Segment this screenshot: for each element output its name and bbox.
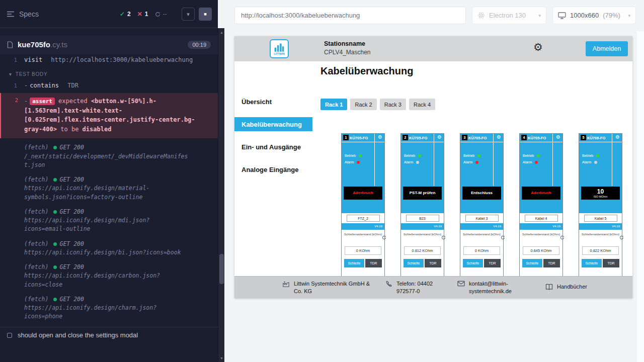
- chevron-down-icon: ▾: [187, 11, 190, 18]
- sidebar-item-analoge-eingaenge[interactable]: Analoge Eingänge: [234, 162, 312, 176]
- app-under-test: LITTWIN Stationsname CPLV4_Maschen ⚙ Abm…: [234, 36, 632, 298]
- refresh-icon[interactable]: [441, 233, 446, 242]
- tdr-button[interactable]: TDR: [543, 259, 560, 267]
- card-title: KÜ705-FO: [409, 136, 427, 140]
- card-number: 4: [521, 135, 527, 140]
- factory-icon: [282, 281, 290, 288]
- stage-scrollbar[interactable]: [636, 31, 644, 362]
- chevron-down-icon: ▾: [9, 71, 12, 77]
- card-gear-icon[interactable]: ⚙: [497, 135, 501, 140]
- monitor-icon: [558, 12, 566, 19]
- betrieb-label: Betrieb: [523, 154, 534, 157]
- tab-rack-4[interactable]: Rack 4: [409, 99, 435, 110]
- failed-count[interactable]: ✕ 1: [137, 11, 148, 18]
- cable-name: B23: [406, 215, 439, 222]
- card-gear-icon[interactable]: ⚙: [615, 135, 620, 140]
- alarm-label: Alarm: [582, 160, 591, 164]
- logout-button[interactable]: Abmelden: [586, 41, 628, 56]
- station-info: Stationsname CPLV4_Maschen: [324, 40, 371, 56]
- schleife-button[interactable]: Schleife: [404, 259, 424, 267]
- logo-text: LITTWIN: [274, 52, 285, 55]
- reporter-controls: ▾ ■: [182, 8, 212, 21]
- command-contains[interactable]: 1 -contains TDR: [0, 80, 218, 91]
- rack-tabs: Rack 1 Rack 2 Rack 3 Rack 4: [320, 99, 435, 110]
- refresh-icon[interactable]: [560, 233, 565, 242]
- settings-gear-icon[interactable]: ⚙: [533, 42, 543, 52]
- device-card: 4 KÜ705-FO ⚙ Betrieb Alarm Aderbruch Kab…: [519, 133, 563, 276]
- command-number: 1: [0, 82, 17, 89]
- cable-name: Kabel 4: [525, 215, 558, 222]
- command-log: 1 visit http://localhost:3000/kabelueber…: [0, 54, 218, 327]
- pending-number: --: [163, 11, 167, 18]
- refresh-icon[interactable]: [619, 233, 624, 242]
- refresh-icon[interactable]: [382, 233, 386, 242]
- card-gear-icon[interactable]: ⚙: [437, 135, 442, 140]
- app-footer: Littwin Systemtechnik GmbH & Co. KG Tele…: [234, 276, 632, 298]
- tdr-button[interactable]: TDR: [365, 259, 382, 267]
- network-log-entry[interactable]: (fetch)GET 200 https://api.iconify.desig…: [0, 205, 218, 237]
- reporter-header: Specs ✓ 2 ✕ 1 --: [0, 0, 218, 28]
- tab-rack-2[interactable]: Rack 2: [350, 99, 376, 110]
- command-visit[interactable]: 1 visit http://localhost:3000/kabelueber…: [0, 54, 218, 65]
- betrieb-led: [359, 154, 362, 157]
- footer-phone-text: Telefon: 04402 972577-0: [396, 280, 438, 295]
- network-log-entry[interactable]: (fetch)GET 200 https://api.iconify.desig…: [0, 237, 218, 260]
- tab-rack-3[interactable]: Rack 3: [380, 99, 406, 110]
- schleife-button[interactable]: Schleife: [463, 259, 483, 267]
- network-log-entry[interactable]: (fetch)GET 200 /_next/static/development…: [0, 140, 218, 172]
- command-dash: -: [24, 82, 28, 89]
- firmware-version: V4.19: [374, 225, 382, 228]
- measure-label: Schleifenwiderstand [kOhm]: [582, 233, 619, 236]
- network-log-entry[interactable]: (fetch)GET 200 https://api.iconify.desig…: [0, 260, 218, 292]
- fetch-status: GET 200: [59, 176, 84, 183]
- browser-select[interactable]: Electron 130 ▾: [472, 7, 546, 24]
- command-url: http://localhost:3000/kabelueberwachung: [51, 56, 193, 63]
- alarm-label: Alarm: [463, 160, 472, 164]
- reporter-scrollbar[interactable]: ▲ ▼: [218, 28, 224, 362]
- schleife-button[interactable]: Schleife: [522, 259, 542, 267]
- failed-assert-row[interactable]: 2 -assertexpected <button.w-[50%].h-[1.5…: [0, 93, 218, 138]
- network-log-entry[interactable]: (fetch)GET 200 https://api.iconify.desig…: [0, 172, 218, 205]
- betrieb-label: Betrieb: [463, 154, 474, 157]
- refresh-icon[interactable]: [501, 233, 505, 242]
- device-card: 1 KÜ705-FO ⚙ Betrieb Alarm Aderbruch FTZ…: [341, 133, 385, 276]
- card-number: 2: [403, 135, 408, 140]
- betrieb-label: Betrieb: [345, 154, 356, 157]
- url-input[interactable]: [234, 7, 466, 24]
- fetch-url: https://api.iconify.design/bi.json?icons…: [24, 248, 190, 257]
- card-gear-icon[interactable]: ⚙: [556, 135, 560, 140]
- firmware-version: V4.19: [552, 225, 560, 228]
- specs-button[interactable]: Specs: [7, 10, 39, 18]
- fetch-tag: (fetch): [24, 144, 48, 151]
- assert-expected: expected: [58, 98, 91, 105]
- viewport-select[interactable]: 1000x660 (79%) ▾: [552, 7, 636, 24]
- spec-file-row[interactable]: kue705fo.cy.ts 00:19: [0, 35, 218, 54]
- measure-label: Schleifenwiderstand [kOhm]: [463, 233, 501, 236]
- stop-icon: ■: [204, 12, 206, 17]
- app-sidebar: Übersicht Kabelüberwachung Ein- und Ausg…: [234, 61, 312, 276]
- tab-rack-1[interactable]: Rack 1: [320, 99, 347, 110]
- sidebar-item-ein-und-ausgaenge[interactable]: Ein- und Ausgänge: [234, 140, 312, 154]
- next-test-title: should open and close the settings modal: [18, 331, 138, 339]
- stop-button[interactable]: ■: [199, 8, 212, 21]
- pending-count[interactable]: --: [155, 11, 167, 18]
- schleife-button[interactable]: Schleife: [582, 259, 602, 267]
- footer-manuals-link[interactable]: Handbücher: [545, 283, 616, 291]
- status-ok-dot: [53, 146, 57, 149]
- specs-label: Specs: [19, 10, 39, 18]
- tdr-button[interactable]: TDR: [425, 259, 441, 267]
- command-name: visit: [24, 56, 42, 63]
- passed-count[interactable]: ✓ 2: [120, 11, 131, 18]
- tdr-button[interactable]: TDR: [603, 259, 619, 267]
- sidebar-item-kabelueberwachung[interactable]: Kabelüberwachung: [234, 117, 312, 131]
- test-body-section[interactable]: ▾ TEST BODY: [0, 65, 218, 80]
- scrollbar-thumb[interactable]: [219, 254, 224, 284]
- card-gear-icon[interactable]: ⚙: [378, 135, 382, 140]
- tdr-button[interactable]: TDR: [484, 259, 501, 267]
- footer-manuals-text: Handbücher: [557, 283, 587, 291]
- next-test-row[interactable]: should open and close the settings modal: [0, 327, 218, 343]
- collapse-button[interactable]: ▾: [182, 8, 195, 21]
- sidebar-item-uebersicht[interactable]: Übersicht: [234, 95, 312, 109]
- schleife-button[interactable]: Schleife: [344, 259, 364, 267]
- network-log-entry[interactable]: (fetch)GET 200 https://api.iconify.desig…: [0, 292, 218, 324]
